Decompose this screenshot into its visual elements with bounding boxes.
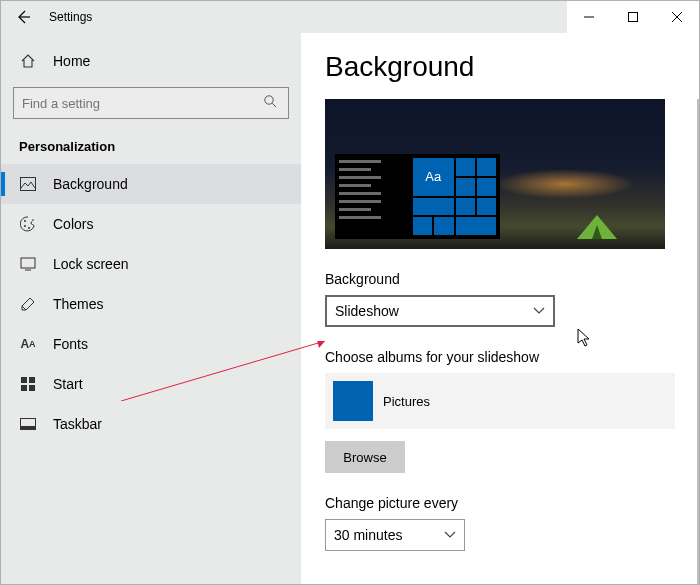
- start-icon: [19, 377, 37, 391]
- scrollbar[interactable]: [697, 99, 699, 584]
- home-icon: [19, 53, 37, 69]
- search-icon: [260, 94, 280, 112]
- browse-button[interactable]: Browse: [325, 441, 405, 473]
- svg-rect-10: [21, 258, 35, 268]
- page-title: Background: [325, 51, 675, 83]
- interval-dropdown[interactable]: 30 minutes: [325, 519, 465, 551]
- background-label: Background: [325, 271, 675, 287]
- maximize-icon: [628, 12, 638, 22]
- svg-point-7: [24, 220, 26, 222]
- palette-icon: [19, 216, 37, 232]
- album-thumbnail: [333, 381, 373, 421]
- svg-rect-6: [21, 178, 36, 191]
- fonts-icon: AA: [19, 337, 37, 351]
- themes-icon: [19, 296, 37, 312]
- svg-rect-13: [29, 377, 35, 383]
- svg-point-8: [24, 225, 26, 227]
- preview-tile-text: Aa: [413, 158, 454, 196]
- section-title: Personalization: [1, 133, 301, 164]
- browse-button-label: Browse: [343, 450, 386, 465]
- chevron-down-icon: [444, 528, 456, 542]
- nav-item-label: Themes: [53, 296, 104, 312]
- svg-rect-14: [21, 385, 27, 391]
- arrow-left-icon: [15, 9, 31, 25]
- back-button[interactable]: [1, 1, 45, 33]
- svg-point-4: [265, 96, 273, 104]
- lockscreen-icon: [19, 257, 37, 271]
- minimize-icon: [584, 12, 594, 22]
- titlebar: Settings: [1, 1, 699, 33]
- nav-item-label: Fonts: [53, 336, 88, 352]
- maximize-button[interactable]: [611, 1, 655, 33]
- svg-rect-12: [21, 377, 27, 383]
- preview-start-overlay: Aa: [335, 154, 500, 239]
- nav-home-label: Home: [53, 53, 90, 69]
- nav-lockscreen[interactable]: Lock screen: [1, 244, 301, 284]
- interval-dropdown-value: 30 minutes: [334, 527, 402, 543]
- sidebar: Home Personalization Background Colors L…: [1, 33, 301, 584]
- taskbar-icon: [19, 418, 37, 430]
- nav-item-label: Taskbar: [53, 416, 102, 432]
- albums-label: Choose albums for your slideshow: [325, 349, 675, 365]
- nav-background[interactable]: Background: [1, 164, 301, 204]
- background-dropdown-value: Slideshow: [335, 303, 399, 319]
- close-icon: [672, 12, 682, 22]
- svg-rect-17: [21, 426, 35, 429]
- search-box[interactable]: [13, 87, 289, 119]
- nav-start[interactable]: Start: [1, 364, 301, 404]
- svg-rect-15: [29, 385, 35, 391]
- picture-icon: [19, 177, 37, 191]
- search-input[interactable]: [22, 96, 260, 111]
- nav-fonts[interactable]: AA Fonts: [1, 324, 301, 364]
- chevron-down-icon: [533, 304, 545, 318]
- window-title: Settings: [49, 10, 92, 24]
- svg-line-5: [272, 103, 276, 107]
- nav-item-label: Lock screen: [53, 256, 128, 272]
- nav-item-label: Start: [53, 376, 83, 392]
- nav-item-label: Colors: [53, 216, 93, 232]
- svg-rect-1: [629, 13, 638, 22]
- nav-themes[interactable]: Themes: [1, 284, 301, 324]
- nav-taskbar[interactable]: Taskbar: [1, 404, 301, 444]
- album-row[interactable]: Pictures: [325, 373, 675, 429]
- album-name: Pictures: [383, 394, 430, 409]
- nav-colors[interactable]: Colors: [1, 204, 301, 244]
- background-dropdown[interactable]: Slideshow: [325, 295, 555, 327]
- minimize-button[interactable]: [567, 1, 611, 33]
- interval-label: Change picture every: [325, 495, 675, 511]
- nav-home[interactable]: Home: [1, 41, 301, 81]
- close-button[interactable]: [655, 1, 699, 33]
- background-preview: Aa: [325, 99, 665, 249]
- svg-point-9: [28, 227, 30, 229]
- content-area: Background Aa Background Slidesho: [301, 33, 699, 584]
- nav-item-label: Background: [53, 176, 128, 192]
